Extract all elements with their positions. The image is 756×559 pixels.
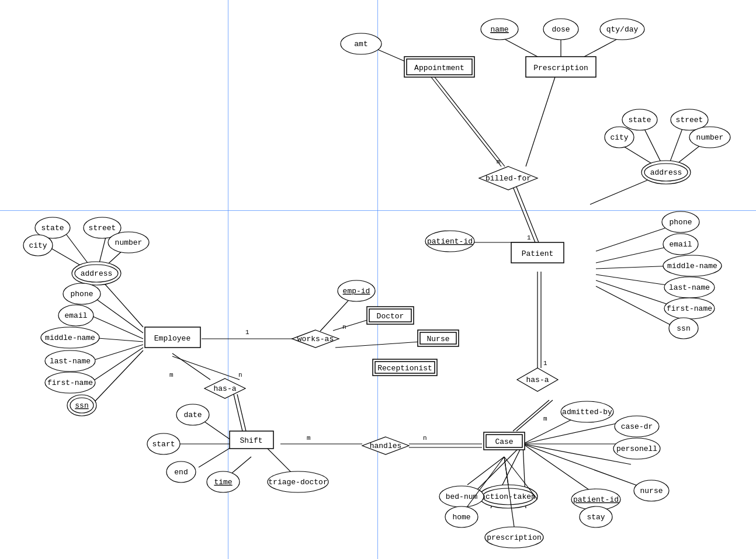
svg-line-14 (596, 225, 675, 251)
svg-line-8 (584, 38, 619, 57)
svg-line-2 (435, 77, 505, 166)
attr-patient-phone: phone (669, 218, 692, 227)
rel-has-a-patient-label: has-a (526, 376, 549, 384)
attr-amt: amt (354, 40, 367, 48)
attr-case-casedr: case-dr (621, 422, 653, 431)
attr-emp-street: street (89, 224, 116, 232)
attr-patient-id: patient-id (427, 237, 473, 246)
attr-emp-address: address (81, 269, 113, 278)
label-m-billed: m (497, 158, 501, 165)
attr-case-home: home (452, 513, 470, 522)
attr-emp-state: state (41, 224, 64, 232)
svg-line-15 (596, 245, 675, 263)
entity-doctor-label: Doctor (377, 312, 404, 321)
attr-emp-id: emp-id (343, 287, 370, 296)
attr-case-stay: stay (587, 513, 605, 522)
attr-patient-email: email (669, 240, 692, 249)
label-m-handles: m (307, 435, 311, 442)
svg-line-19 (596, 286, 675, 327)
entity-appointment-label: Appointment (414, 64, 464, 72)
svg-line-4 (513, 187, 535, 242)
attr-case-prescription: prescription (487, 533, 542, 542)
attr-presc-qtyday: qty/day (606, 25, 639, 34)
attr-case-nurse: nurse (640, 487, 663, 495)
attr-shift-date: date (183, 411, 202, 419)
svg-line-37 (172, 356, 240, 380)
attr-presc-dose: dose (552, 25, 570, 34)
attr-case-bednum: bed-num (446, 492, 478, 501)
attr-patient-firstname: first-name (667, 304, 712, 313)
attr-patient-lastname: last-name (669, 283, 710, 292)
svg-line-51 (516, 400, 553, 431)
rel-billed-for-label: billed-for (485, 174, 531, 183)
attr-emp-number: number (115, 238, 143, 247)
label-1-works: 1 (245, 329, 249, 336)
rel-handles-label: handles (370, 442, 402, 450)
label-n-hasa-emp: n (238, 371, 242, 379)
svg-line-38 (234, 394, 242, 431)
label-1-hasa-pat: 1 (543, 360, 547, 367)
entity-nurse-label: Nurse (426, 335, 449, 343)
er-diagram: m 1 (0, 0, 756, 559)
svg-line-39 (237, 394, 246, 431)
svg-line-34 (335, 342, 421, 348)
attr-patient-number: number (696, 133, 724, 142)
svg-line-33 (333, 319, 371, 331)
label-n-handles: n (423, 435, 427, 442)
svg-line-36 (172, 353, 210, 380)
attr-case-admittedby: admitted-by (562, 408, 612, 416)
entity-receptionist-label: Receptionist (377, 364, 432, 373)
rel-has-a-emp-label: has-a (213, 384, 236, 393)
entity-shift-label: Shift (240, 436, 262, 445)
attr-shift-end: end (174, 468, 188, 477)
svg-line-3 (526, 77, 555, 166)
attr-shift-time: time (214, 478, 232, 487)
attr-patient-state: state (628, 116, 651, 124)
attr-shift-start: start (152, 440, 175, 449)
label-m-hasa-emp: m (169, 371, 174, 379)
attr-patient-address: address (650, 168, 682, 177)
entity-case-label: Case (495, 438, 513, 446)
attr-emp-email: email (64, 311, 87, 320)
attr-patient-city: city (610, 133, 628, 142)
label-n-works: n (342, 324, 346, 331)
svg-line-59 (523, 444, 599, 496)
svg-line-6 (502, 38, 537, 57)
svg-line-1 (431, 77, 501, 166)
entity-prescription-label: Prescription (533, 64, 588, 72)
attr-case-personell: personell (616, 445, 657, 453)
attr-emp-phone: phone (70, 290, 93, 298)
attr-patient-ssn: ssn (677, 324, 690, 333)
label-1-billed: 1 (527, 234, 531, 241)
attr-emp-firstname: first-name (47, 379, 93, 387)
label-m-hasa-pat: m (543, 415, 547, 422)
svg-line-0 (374, 48, 409, 63)
attr-patient-street: street (676, 116, 703, 124)
entity-patient-label: Patient (522, 249, 554, 258)
attr-shift-triagedoctor: triage-doctor (268, 478, 327, 487)
attr-presc-name: name (490, 25, 508, 34)
rel-works-as-label: works-as (297, 335, 334, 343)
attr-emp-ssn: ssn (75, 401, 88, 410)
attr-emp-middlename: middle-name (45, 334, 95, 342)
attr-emp-lastname: last-name (50, 357, 91, 366)
diagram-canvas: m 1 (0, 0, 756, 559)
attr-emp-city: city (29, 241, 47, 250)
svg-line-56 (523, 423, 616, 444)
entity-employee-label: Employee (154, 334, 190, 343)
attr-case-patientid: patient-id (573, 495, 619, 504)
attr-case-actiontaken: action-taken (481, 492, 536, 501)
attr-patient-middlename: middle-name (667, 262, 717, 270)
